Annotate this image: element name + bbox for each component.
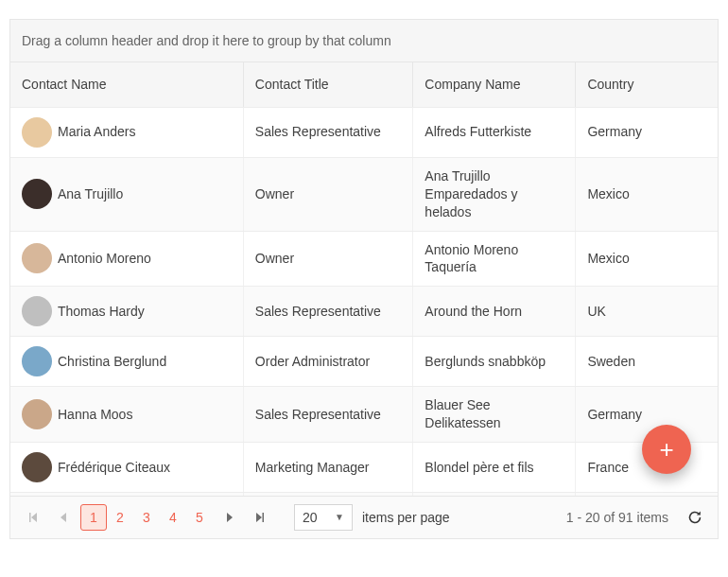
page-number-3[interactable]: 3	[133, 504, 160, 531]
pager-first-button[interactable]	[20, 504, 46, 531]
pager-prev-button[interactable]	[50, 504, 77, 531]
contact-name-text: Ana Trujillo	[58, 185, 123, 203]
cell-contact-name: Ana Trujillo	[10, 158, 244, 231]
pager-last-button[interactable]	[247, 504, 273, 531]
cell-company-name: Blondel père et fils	[413, 443, 576, 492]
add-fab-button[interactable]: +	[642, 425, 691, 474]
column-header-country[interactable]: Country	[576, 62, 718, 107]
chevron-right-icon	[225, 512, 234, 523]
table-row[interactable]: Antonio MorenoOwnerAntonio Moreno Taquer…	[10, 232, 718, 288]
cell-contact-name: Thomas Hardy	[10, 287, 244, 336]
contact-name-text: Christina Berglund	[58, 353, 166, 371]
cell-company-name: Antonio Moreno Taquería	[413, 232, 576, 287]
page-size-select[interactable]: 20 ▼	[294, 504, 353, 531]
contact-name-text: Antonio Moreno	[58, 250, 151, 268]
contact-name-text: Thomas Hardy	[58, 303, 145, 321]
cell-country: Mexico	[576, 232, 718, 287]
table-row[interactable]: Christina BerglundOrder AdministratorBer…	[10, 337, 718, 387]
table-row[interactable]: Martín SommerOwnerBólido Comidas prepara…	[10, 493, 718, 496]
plus-icon: +	[659, 437, 673, 462]
table-row[interactable]: Frédérique CiteauxMarketing ManagerBlond…	[10, 443, 718, 493]
group-by-panel[interactable]: Drag a column header and drop it here to…	[10, 20, 718, 62]
cell-contact-name: Maria Anders	[10, 108, 244, 157]
page-number-4[interactable]: 4	[160, 504, 186, 531]
cell-contact-name: Hanna Moos	[10, 387, 244, 442]
group-by-panel-text: Drag a column header and drop it here to…	[22, 33, 391, 48]
cell-company-name: Bólido Comidas preparadas	[413, 493, 576, 496]
cell-country: UK	[576, 287, 718, 336]
cell-contact-title: Order Administrator	[244, 337, 414, 386]
chevron-left-icon	[59, 512, 68, 523]
cell-country: Sweden	[576, 337, 718, 386]
avatar	[22, 243, 52, 273]
cell-contact-name: Martín Sommer	[10, 493, 244, 496]
column-header-row: Contact Name Contact Title Company Name …	[10, 62, 718, 108]
cell-contact-name: Frédérique Citeaux	[10, 443, 244, 492]
avatar	[22, 296, 52, 326]
cell-company-name: Blauer See Delikatessen	[413, 387, 576, 442]
page-size-label: items per page	[362, 510, 450, 525]
avatar	[22, 179, 52, 209]
avatar	[22, 346, 52, 376]
column-header-company-name[interactable]: Company Name	[413, 62, 576, 107]
avatar	[22, 117, 52, 148]
page-number-5[interactable]: 5	[186, 504, 213, 531]
cell-country: Mexico	[576, 158, 718, 231]
cell-company-name: Alfreds Futterkiste	[413, 108, 576, 157]
table-row[interactable]: Thomas HardySales RepresentativeAround t…	[10, 287, 718, 337]
cell-contact-name: Christina Berglund	[10, 337, 244, 386]
contact-name-text: Frédérique Citeaux	[58, 459, 170, 477]
pager-refresh-button[interactable]	[682, 504, 708, 531]
contact-name-text: Maria Anders	[58, 123, 135, 141]
cell-contact-title: Owner	[244, 232, 414, 287]
table-row[interactable]: Hanna MoosSales RepresentativeBlauer See…	[10, 387, 718, 443]
cell-contact-title: Sales Representative	[244, 108, 414, 157]
column-header-contact-name[interactable]: Contact Name	[10, 62, 244, 107]
cell-company-name: Berglunds snabbköp	[413, 337, 576, 386]
cell-company-name: Ana Trujillo Emparedados y helados	[413, 158, 576, 231]
seek-last-icon	[254, 512, 266, 523]
seek-first-icon	[27, 512, 39, 523]
cell-contact-title: Marketing Manager	[244, 443, 414, 492]
refresh-icon	[687, 510, 702, 525]
cell-contact-name: Antonio Moreno	[10, 232, 244, 287]
cell-company-name: Around the Horn	[413, 287, 576, 336]
page-number-1[interactable]: 1	[80, 504, 107, 531]
pager-next-button[interactable]	[217, 504, 243, 531]
pager: 12345 20 ▼ items per page 1 - 20 of 91 i…	[10, 496, 718, 538]
page-size-value: 20	[303, 510, 318, 525]
page-number-2[interactable]: 2	[107, 504, 133, 531]
avatar	[22, 452, 52, 482]
caret-down-icon: ▼	[335, 512, 344, 522]
column-header-contact-title[interactable]: Contact Title	[244, 62, 414, 107]
contact-name-text: Hanna Moos	[58, 406, 132, 424]
cell-contact-title: Sales Representative	[244, 287, 414, 336]
table-row[interactable]: Maria AndersSales RepresentativeAlfreds …	[10, 108, 718, 158]
avatar	[22, 399, 52, 429]
cell-contact-title: Owner	[244, 493, 414, 496]
cell-country: Germany	[576, 108, 718, 157]
cell-contact-title: Owner	[244, 158, 414, 231]
cell-contact-title: Sales Representative	[244, 387, 414, 442]
grid-body[interactable]: Maria AndersSales RepresentativeAlfreds …	[10, 108, 718, 496]
pager-info: 1 - 20 of 91 items	[566, 510, 668, 525]
data-grid: Drag a column header and drop it here to…	[9, 19, 719, 539]
cell-country: Spain	[576, 493, 718, 496]
table-row[interactable]: Ana TrujilloOwnerAna Trujillo Emparedado…	[10, 158, 718, 232]
